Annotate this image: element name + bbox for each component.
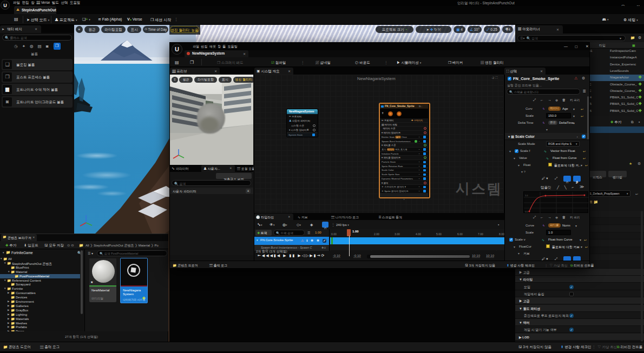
svg-text:1.0: 1.0 [525,194,528,197]
svg-text:0.0: 0.0 [525,210,528,213]
